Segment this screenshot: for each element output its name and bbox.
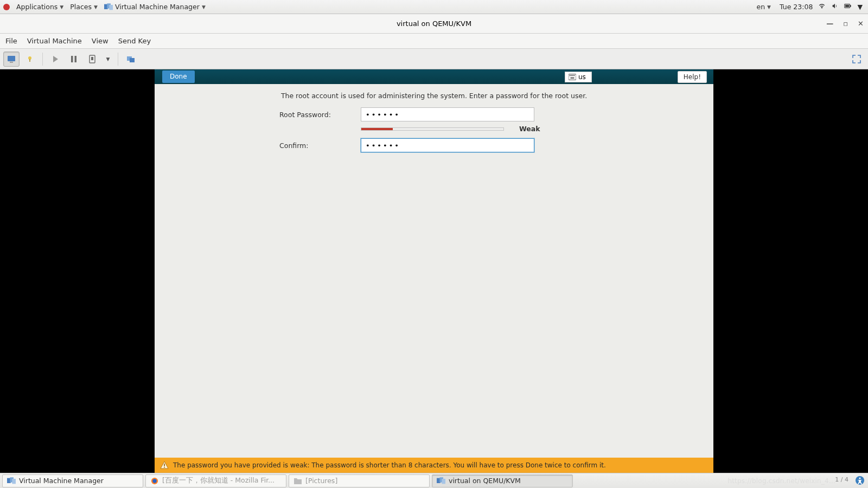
vmm-icon [104, 3, 113, 11]
maximize-button[interactable]: ▫ [843, 20, 848, 28]
close-button[interactable]: ✕ [858, 20, 864, 28]
anaconda-body: The root account is used for administeri… [155, 84, 713, 458]
task-label: virtual on QEMU/KVM [449, 477, 521, 485]
keyboard-layout-indicator[interactable]: us [565, 72, 592, 82]
system-menu-icon[interactable]: ▼ [857, 3, 863, 11]
vmm-icon [7, 477, 16, 485]
task-label: [Pictures] [305, 477, 337, 485]
active-app-label: Virtual Machine Manager [115, 3, 200, 11]
menu-file[interactable]: File [5, 37, 17, 45]
warning-bar: The password you have provided is weak: … [155, 458, 713, 473]
task-vmm[interactable]: Virtual Machine Manager [2, 474, 143, 487]
password-strength-meter [361, 127, 504, 131]
shutdown-dropdown[interactable]: ▼ [103, 56, 113, 62]
done-button[interactable]: Done [162, 70, 195, 83]
vmm-toolbar: ▼ [0, 49, 868, 69]
keyboard-icon [569, 74, 576, 80]
fullscreen-button[interactable] [848, 52, 865, 67]
applications-label: Applications [16, 3, 58, 11]
gnome-top-bar: Applications▼ Places▼ Virtual Machine Ma… [0, 0, 868, 14]
workspace-pager[interactable]: 1 / 4 [835, 476, 848, 483]
keyboard-layout-label: us [578, 73, 586, 81]
task-label: [百度一下，你就知道 - Mozilla Fir... [162, 476, 275, 485]
svg-rect-6 [8, 56, 15, 61]
task-firefox[interactable]: [百度一下，你就知道 - Mozilla Fir... [145, 474, 286, 487]
battery-icon[interactable] [844, 2, 852, 11]
svg-rect-16 [569, 74, 576, 80]
task-pictures[interactable]: [Pictures] [289, 474, 430, 487]
menu-view[interactable]: View [92, 37, 108, 45]
svg-rect-15 [130, 58, 135, 62]
svg-rect-13 [91, 57, 93, 60]
toolbar-separator [118, 53, 118, 66]
clock-label[interactable]: Tue 23:08 [780, 3, 813, 11]
svg-rect-9 [29, 59, 30, 62]
svg-rect-31 [442, 479, 445, 484]
folder-icon [293, 477, 302, 485]
help-button[interactable]: Help! [678, 71, 707, 83]
volume-icon[interactable] [831, 2, 839, 11]
svg-rect-17 [570, 75, 571, 76]
svg-rect-2 [109, 5, 113, 10]
svg-rect-5 [846, 5, 850, 7]
svg-rect-26 [12, 479, 16, 484]
watermark-text: https://blog.csdn.net/weixin_4... [727, 477, 835, 485]
vmm-icon [437, 477, 445, 485]
distro-icon [3, 4, 10, 10]
details-view-button[interactable] [22, 52, 38, 67]
svg-rect-11 [75, 56, 77, 62]
warning-icon [160, 461, 169, 470]
places-label: Places [70, 3, 92, 11]
anaconda-installer: Done us Help! The root account is used f… [155, 69, 713, 473]
root-password-field[interactable] [361, 107, 534, 121]
vmm-window-title: virtual on QEMU/KVM [397, 20, 471, 28]
run-button[interactable] [47, 52, 63, 67]
accessibility-icon[interactable] [855, 476, 865, 487]
password-strength-label: Weak [519, 125, 540, 133]
snapshot-button[interactable] [123, 52, 139, 67]
wifi-icon[interactable] [818, 2, 826, 11]
confirm-password-label: Confirm: [155, 142, 361, 150]
toolbar-separator [42, 53, 43, 66]
root-password-label: Root Password: [155, 111, 361, 119]
svg-rect-10 [71, 56, 73, 62]
places-menu[interactable]: Places▼ [67, 0, 101, 14]
shutdown-button[interactable] [84, 52, 100, 67]
svg-rect-22 [164, 464, 165, 466]
task-label: Virtual Machine Manager [19, 477, 104, 485]
gnome-taskbar: Virtual Machine Manager [百度一下，你就知道 - Moz… [0, 473, 868, 488]
warning-text: The password you have provided is weak: … [173, 461, 606, 469]
applications-menu[interactable]: Applications▼ [13, 0, 67, 14]
svg-rect-4 [850, 5, 851, 7]
menu-virtual-machine[interactable]: Virtual Machine [27, 37, 82, 45]
console-view-button[interactable] [3, 52, 20, 67]
vmm-menubar: File Virtual Machine View Send Key [0, 34, 868, 49]
menu-send-key[interactable]: Send Key [118, 37, 151, 45]
firefox-icon [150, 477, 159, 485]
svg-point-33 [859, 477, 860, 479]
svg-point-28 [152, 479, 156, 483]
system-tray: en▼ Tue 23:08 ▼ [753, 2, 865, 11]
pause-button[interactable] [66, 52, 82, 67]
svg-rect-20 [574, 75, 575, 76]
vmm-window-titlebar: virtual on QEMU/KVM — ▫ ✕ [0, 14, 868, 34]
confirm-password-field[interactable] [361, 138, 534, 152]
svg-rect-19 [572, 75, 573, 76]
anaconda-top-bar: Done us Help! [155, 69, 713, 84]
instruction-text: The root account is used for administeri… [155, 92, 713, 100]
svg-rect-7 [10, 62, 13, 63]
input-lang-indicator[interactable]: en▼ [753, 3, 774, 11]
svg-rect-23 [164, 467, 165, 468]
active-app-menu[interactable]: Virtual Machine Manager▼ [101, 0, 209, 14]
svg-rect-21 [570, 77, 574, 78]
guest-display-area: Done us Help! The root account is used f… [0, 69, 868, 473]
svg-rect-18 [571, 75, 572, 76]
minimize-button[interactable]: — [826, 20, 833, 28]
task-vm-console[interactable]: virtual on QEMU/KVM [432, 474, 573, 487]
